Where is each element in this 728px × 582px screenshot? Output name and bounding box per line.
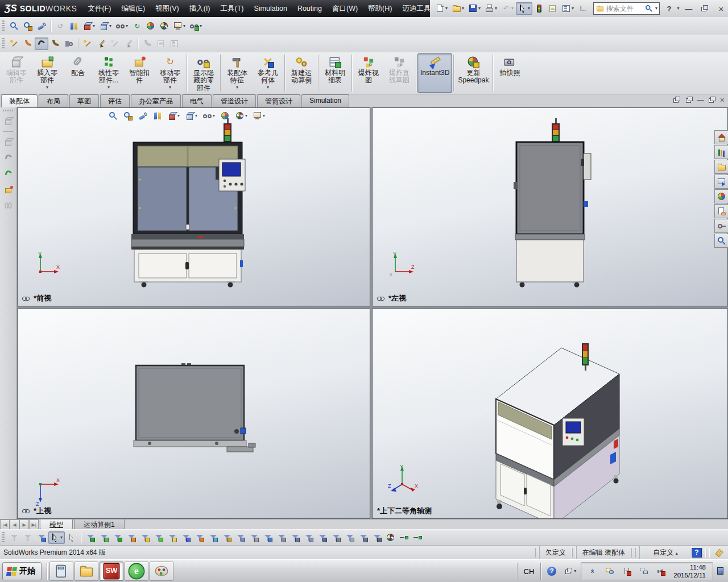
open-document[interactable]: ▾ (450, 2, 466, 15)
view-palette[interactable] (714, 174, 728, 189)
zoom-to-area[interactable] (21, 20, 35, 32)
text-format[interactable]: I.. (576, 2, 590, 15)
dropdown-caret-icon[interactable]: ▾ (107, 85, 110, 90)
restore-button[interactable] (698, 3, 712, 14)
reference-geometry-button[interactable]: 参考几 何体▾ (253, 53, 283, 93)
tab-1[interactable]: 布局 (39, 94, 68, 107)
search-caret-icon[interactable]: ▾ (655, 6, 657, 11)
appearances-scenes[interactable] (714, 189, 728, 203)
left-view-model[interactable] (500, 117, 603, 288)
menu-item-5[interactable]: Simulation (249, 0, 292, 17)
close-document-button[interactable]: × (720, 95, 725, 105)
filter-sketch-segments[interactable] (206, 531, 220, 544)
filter-surface-bodies[interactable] (125, 531, 138, 544)
search-icon[interactable] (645, 5, 653, 13)
filter-balloons[interactable] (302, 531, 316, 544)
menu-item-0[interactable]: 文件(F) (82, 0, 116, 17)
update-speedpak-button[interactable]: 更新 Speedpak (455, 53, 491, 93)
filter-planes[interactable] (166, 531, 179, 544)
filter-decals[interactable] (384, 531, 398, 544)
paint-taskbar-button[interactable] (150, 562, 173, 581)
top-view-model[interactable] (131, 362, 274, 459)
dropdown-caret-icon[interactable]: ▾ (267, 85, 269, 90)
restore-document-icon[interactable] (708, 95, 717, 105)
zoom-to-selection[interactable] (35, 20, 48, 32)
minimize-button[interactable]: — (682, 3, 696, 14)
previous-tab[interactable]: ◀ (10, 519, 19, 530)
route-line[interactable] (35, 38, 48, 50)
search-input[interactable]: 搜索文件 (606, 4, 643, 14)
menu-item-2[interactable]: 视图(V) (150, 0, 184, 17)
comment[interactable] (546, 2, 560, 15)
start-at-point[interactable] (81, 38, 94, 50)
bend-route[interactable] (48, 38, 62, 50)
options[interactable]: ▾ (560, 2, 576, 15)
viewport-top[interactable]: X Z *上视 (17, 309, 370, 519)
next-window-icon[interactable] (685, 95, 694, 105)
new-motion-study-button[interactable]: 新建运 动算例 (286, 53, 317, 93)
exploded-view-button[interactable]: 爆炸视 图 (353, 53, 384, 93)
tab-6[interactable]: 管道设计 (213, 94, 256, 107)
redraw[interactable]: ↻ (130, 20, 144, 32)
ime-toolbar[interactable]: ▾ (562, 565, 578, 577)
solidworks-taskbar-button[interactable]: SW (100, 562, 123, 581)
next-tab[interactable]: ▶ (19, 519, 29, 530)
show-hidden-components-button[interactable]: 显示隐 藏的零 部件 (188, 53, 219, 93)
tab-3[interactable]: 评估 (100, 94, 130, 107)
isometric-view-model[interactable] (482, 335, 630, 519)
zoom-to-fit[interactable] (106, 110, 120, 122)
dropdown-caret-icon[interactable]: ▾ (236, 85, 238, 90)
tab-2[interactable]: 草图 (69, 94, 99, 107)
filter-annotations[interactable] (316, 531, 329, 544)
dropdown-caret-icon[interactable]: ▾ (46, 85, 48, 90)
menu-item-7[interactable]: 窗口(W) (327, 0, 363, 17)
tab-7[interactable]: 管筒设计 (257, 94, 300, 107)
move-component-button[interactable]: ↻移动零 部件▾ (155, 53, 185, 93)
document-recovery[interactable] (714, 219, 728, 233)
tag-icon[interactable] (714, 548, 723, 558)
edit-sketch-route[interactable] (94, 38, 108, 50)
selection-colors[interactable] (532, 2, 546, 15)
menu-item-6[interactable]: Routing (292, 0, 327, 17)
front-view-model[interactable] (130, 117, 250, 288)
edit-appearance[interactable] (144, 20, 158, 32)
filter-faces[interactable] (111, 531, 125, 544)
tab-8[interactable]: Simulation (301, 94, 349, 107)
menu-item-8[interactable]: 帮助(H) (363, 0, 397, 17)
filter-sketches[interactable] (193, 531, 206, 544)
model-tab-1[interactable]: 运动算例1 (74, 519, 125, 530)
add-fitting[interactable] (21, 38, 35, 50)
filter-solid-bodies[interactable] (138, 531, 152, 544)
filter-routing-points[interactable] (411, 531, 425, 544)
filter-center-marks[interactable] (234, 531, 247, 544)
status-help-button[interactable]: ? (692, 548, 702, 558)
linear-component-pattern-button[interactable]: 线性零 部件...▾ (93, 53, 124, 93)
viewport-isometric[interactable]: Y X Z *上下二等角轴测 (372, 309, 728, 519)
realview-graphics[interactable] (158, 20, 171, 32)
toolbar-grip[interactable] (2, 38, 5, 49)
menu-item-3[interactable]: 插入(I) (184, 0, 216, 17)
search-box[interactable]: 搜索文件 ▾ (593, 2, 660, 15)
ime-help[interactable]: ? (545, 565, 559, 577)
smart-fasteners-button[interactable]: 智能扣 件 (124, 53, 155, 93)
view-settings[interactable]: ▾ (251, 110, 267, 122)
help-caret-icon[interactable]: ▾ (677, 6, 680, 11)
custom-properties[interactable] (714, 204, 728, 218)
filter-edges[interactable] (97, 531, 111, 544)
file-explorer[interactable] (714, 160, 728, 174)
expand-tray[interactable]: « (586, 565, 599, 577)
first-tab[interactable]: |◀ (0, 519, 10, 530)
display-style[interactable]: ▾ (97, 20, 114, 32)
assembly-features-button[interactable]: 装配体 特征▾ (222, 53, 253, 93)
toolbar-grip[interactable] (2, 532, 5, 543)
mate-button[interactable]: 配合 (63, 53, 93, 93)
help-button[interactable]: ? (662, 3, 676, 14)
viewport-left[interactable]: Y Z X *左视 (372, 107, 728, 306)
select[interactable]: ▾ (516, 2, 532, 15)
filter-dimensions[interactable] (261, 531, 275, 544)
save[interactable]: ▾ (466, 2, 483, 15)
filter-axes[interactable] (152, 531, 166, 544)
close-button[interactable]: × (714, 3, 728, 14)
dropdown-caret-icon[interactable]: ▾ (169, 85, 171, 90)
start-button[interactable]: 开始 (2, 562, 42, 580)
